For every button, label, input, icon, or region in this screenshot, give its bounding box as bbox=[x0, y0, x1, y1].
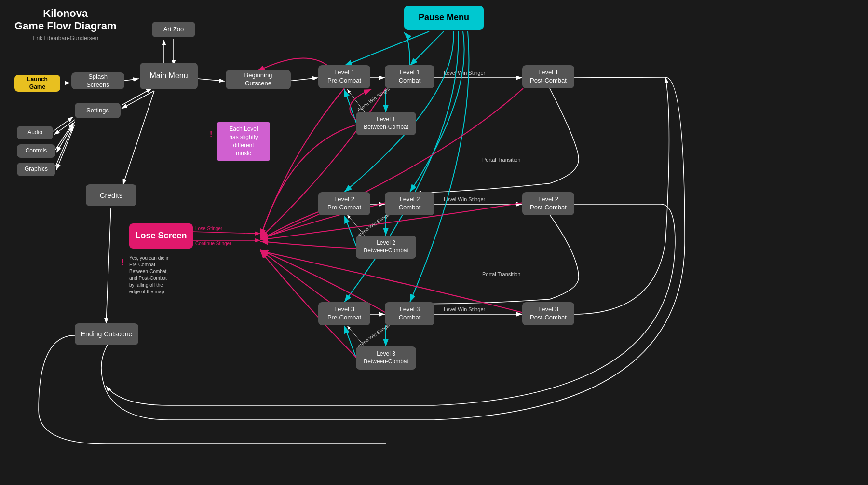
svg-line-39 bbox=[344, 326, 357, 360]
level1-combat-node: Level 1Combat bbox=[385, 65, 434, 88]
level3-combat-node: Level 3Combat bbox=[385, 302, 434, 325]
level3-postcombat-node: Level 3Post-Combat bbox=[522, 302, 574, 325]
main-menu-node: Main Menu bbox=[140, 63, 198, 89]
level1-precombat-node: Level 1Pre-Combat bbox=[318, 65, 370, 88]
svg-text:Level Win Stinger: Level Win Stinger bbox=[444, 306, 486, 312]
svg-line-33 bbox=[344, 31, 429, 66]
svg-text:Portal Transition: Portal Transition bbox=[482, 157, 520, 163]
svg-line-40 bbox=[192, 232, 260, 234]
controls-node: Controls bbox=[17, 144, 55, 158]
svg-line-8 bbox=[288, 78, 318, 81]
level2-betweencombat-node: Level 2Between-Combat bbox=[356, 236, 416, 259]
beginning-cutscene-node: Beginning Cutscene bbox=[226, 70, 291, 89]
level2-precombat-node: Level 2Pre-Combat bbox=[318, 192, 370, 215]
credits-node: Credits bbox=[86, 184, 136, 206]
pause-menu-node: Pause Menu bbox=[404, 6, 484, 30]
launch-game-node: Launch Game bbox=[14, 75, 60, 92]
svg-line-38 bbox=[344, 216, 357, 248]
svg-line-15 bbox=[122, 88, 152, 105]
settings-node: Settings bbox=[75, 103, 121, 118]
svg-line-23 bbox=[106, 208, 111, 324]
svg-text:Level Win Stinger: Level Win Stinger bbox=[444, 70, 486, 76]
art-zoo-node: Art Zoo bbox=[152, 22, 195, 37]
svg-line-32 bbox=[410, 31, 444, 66]
exclaim-music: ! bbox=[210, 130, 212, 139]
die-note-node: Yes, you can die inPre-Combat,Between-Co… bbox=[129, 255, 193, 297]
level3-betweencombat-node: Level 3Between-Combat bbox=[356, 346, 416, 370]
splash-screens-node: Splash Screens bbox=[71, 72, 124, 89]
svg-text:Portal Transition: Portal Transition bbox=[482, 271, 520, 277]
lose-screen-node: Lose Screen bbox=[129, 223, 193, 249]
level2-combat-node: Level 2Combat bbox=[385, 192, 434, 215]
graphics-node: Graphics bbox=[17, 163, 55, 176]
svg-text:Continue Stinger: Continue Stinger bbox=[195, 241, 231, 246]
level3-precombat-node: Level 3Pre-Combat bbox=[318, 302, 370, 325]
level1-betweencombat-node: Level 1Between-Combat bbox=[356, 112, 416, 135]
svg-text:Lose Stinger: Lose Stinger bbox=[195, 226, 223, 231]
svg-line-6 bbox=[124, 79, 139, 81]
audio-node: Audio bbox=[17, 126, 53, 139]
svg-line-7 bbox=[198, 79, 225, 81]
music-note-node: Each Levelhas slightlydifferentmusic bbox=[217, 122, 270, 161]
svg-text:Level Win Stinger: Level Win Stinger bbox=[444, 196, 486, 202]
exclaim-die: ! bbox=[122, 258, 124, 267]
level2-postcombat-node: Level 2Post-Combat bbox=[522, 192, 574, 215]
ending-cutscene-node: Ending Cutscene bbox=[75, 323, 138, 345]
level1-postcombat-node: Level 1Post-Combat bbox=[522, 65, 574, 88]
